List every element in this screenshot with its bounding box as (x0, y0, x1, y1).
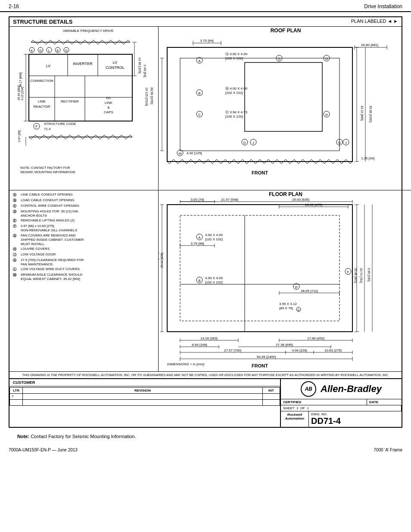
certified-row: CERTIFIED DATE (281, 399, 402, 405)
legend-item-a: Ⓐ LINE CABLE CONDUIT OPENING (13, 193, 155, 198)
ab-company-name: Allen-Bradley (321, 383, 382, 395)
footer-right: 7000 ‘A’ Frame (374, 448, 402, 452)
svg-text:Ⓑ 4.00 X 4.00: Ⓑ 4.00 X 4.00 (225, 87, 248, 90)
svg-text:L: L (48, 49, 50, 53)
title-block-right: AB Allen-Bradley CERTIFIED DATE SHEET 1 … (281, 379, 402, 427)
factory-note: THIS DRAWING IS THE PROPERTY OF ROCKWELL… (22, 373, 389, 377)
customer-label: CUSTOMER (9, 379, 280, 386)
svg-text:5.90 [150]: 5.90 [150] (367, 268, 371, 281)
dwg-row: Rockwell Automation DWG. NO. DD71-4 (281, 411, 402, 427)
legend-section: Ⓐ LINE CABLE CONDUIT OPENING Ⓑ LOAD CABL… (9, 190, 158, 284)
rockwell-logo: Rockwell Automation (281, 411, 309, 427)
svg-text:LINK: LINK (105, 101, 112, 105)
legend-item-b: Ⓑ LOAD CABLE CONDUIT OPENING (13, 198, 155, 203)
svg-text:25.12 [638]: 25.12 [638] (160, 253, 164, 268)
legend-item-c: Ⓒ CONTROL WIRE CONDUIT OPENING (13, 204, 155, 209)
svg-text:34.72 [882]: 34.72 [882] (159, 253, 159, 268)
svg-text:F: F (347, 270, 349, 274)
title-block-left: CUSTOMER LTR REVISION INT 7 (9, 379, 281, 427)
legend-item-m: Ⓜ MINIMUM AISLE CLEARANCE SHOULDEQUAL WI… (13, 273, 155, 281)
svg-text:C: C (297, 308, 299, 311)
svg-text:D: D (243, 141, 246, 145)
svg-text:FRONT: FRONT (252, 170, 268, 175)
svg-text:[100 X 120]: [100 X 120] (225, 115, 243, 118)
svg-text:G: G (39, 49, 42, 53)
left-panel: VARIABLE FREQUENCY DRIVE (9, 27, 159, 371)
svg-text:CAPS: CAPS (104, 110, 113, 114)
sheet-label: SHEET 1 OF 1 (281, 405, 402, 411)
svg-text:4.92 [125]: 4.92 [125] (187, 151, 202, 155)
svg-text:12.80 [325]: 12.80 [325] (138, 57, 142, 74)
legend-item-j: Ⓙ LOW VOLTAGE DOOR (13, 252, 155, 258)
svg-text:10.63 [275]: 10.63 [275] (324, 348, 342, 352)
svg-text:3.70 [94]: 3.70 [94] (200, 39, 213, 43)
legend-item-e: Ⓔ REMOVABLE LIFTING ANGLES (2) (13, 218, 155, 224)
svg-text:30.74 [781]: 30.74 [781] (359, 268, 363, 283)
svg-text:3.50 X 3.12: 3.50 X 3.12 (279, 302, 297, 306)
svg-text:[102 X 102]: [102 X 102] (225, 56, 243, 60)
title-block-main: CUSTOMER LTR REVISION INT 7 (9, 378, 402, 427)
svg-text:STRUCTURE CODE: STRUCTURE CODE (44, 122, 76, 126)
svg-text:6.64 [169]: 6.64 [169] (192, 343, 207, 347)
svg-text:FRONT: FRONT (252, 363, 268, 368)
sheet-row: SHEET 1 OF 1 (281, 405, 402, 411)
svg-text:2.67 [68]: 2.67 [68] (18, 131, 21, 142)
svg-text:G: G (325, 57, 328, 61)
svg-text:K: K (31, 49, 33, 53)
legend-item-k: Ⓚ 27.5 [700] CLEARANCE REQUIRED FORFAN M… (13, 258, 155, 267)
dwg-no-area: DWG. NO. DD71-4 (309, 411, 402, 427)
svg-text:4.00 X 4.00: 4.00 X 4.00 (205, 233, 223, 237)
drawing-title: STRUCTURE DETAILS (13, 19, 72, 25)
svg-text:1.35 [34]: 1.35 [34] (361, 156, 374, 160)
svg-text:18.50 [470]: 18.50 [470] (305, 203, 322, 207)
svg-text:[102 X 102]: [102 X 102] (205, 237, 223, 241)
svg-text:REACTOR: REACTOR (34, 105, 50, 109)
svg-text:28.05 [712]: 28.05 [712] (301, 289, 318, 293)
structure-diagram: VARIABLE FREQUENCY DRIVE (9, 27, 158, 186)
svg-text:94.49 [2400]: 94.49 [2400] (257, 355, 276, 359)
svg-text:INVERTER: INVERTER (73, 62, 93, 66)
drawing-title-bar: STRUCTURE DETAILS PLAN LABELED ◄ ► (9, 17, 402, 27)
svg-rect-62 (245, 62, 322, 131)
rev-int (263, 394, 280, 400)
structure-diagram-section: VARIABLE FREQUENCY DRIVE (9, 27, 158, 190)
svg-text:88.58 [2250]: 88.58 [2250] (150, 87, 153, 104)
svg-text:F: F (36, 124, 38, 128)
revision-row-blank (10, 400, 280, 406)
svg-text:CONTROL: CONTROL (106, 65, 125, 70)
svg-text:G: G (278, 57, 280, 61)
int-header: INT (263, 388, 280, 394)
legend-item-l: Ⓛ LOW VOLTAGE WIRE DUCT COVERS (13, 267, 155, 272)
info-bar: THIS DRAWING IS THE PROPERTY OF ROCKWELL… (9, 371, 402, 378)
ab-circle: AB (301, 381, 316, 397)
certified-label: CERTIFIED (281, 399, 367, 405)
svg-text:4.00 X 4.00: 4.00 X 4.00 (205, 276, 223, 280)
roof-plan-section: ROOF PLAN A G (159, 27, 411, 190)
svg-text:39.38 [1000]: 39.38 [1000] (369, 106, 372, 122)
legend-item-f: Ⓕ 2.67 [68] x 10.83 [275]NON-REMOVABLE S… (13, 224, 155, 233)
svg-text:71.4: 71.4 (44, 127, 51, 131)
svg-text:[89 X 79]: [89 X 79] (279, 306, 293, 310)
svg-text:E: E (56, 49, 59, 53)
svg-text:LINE: LINE (38, 100, 46, 103)
svg-text:G: G (338, 141, 341, 145)
svg-text:4.04 [103]: 4.04 [103] (292, 348, 307, 352)
svg-text:34.10 [866]: 34.10 [866] (360, 106, 364, 121)
drawing-body: VARIABLE FREQUENCY DRIVE (9, 27, 402, 371)
revision-row-7: 7 (10, 394, 280, 400)
svg-text:B: B (198, 279, 200, 283)
legend-item-h: Ⓗ LOUVRE COVERS (13, 247, 155, 252)
svg-text:Ⓒ 3.94 X 4.73: Ⓒ 3.94 X 4.73 (225, 110, 248, 114)
svg-text:DIMENSIONS = in [mm]: DIMENSIONS = in [mm] (167, 362, 205, 366)
rev-desc (23, 394, 263, 400)
svg-text:27.38 [695]: 27.38 [695] (276, 343, 293, 347)
svg-text:CONNECTION: CONNECTION (30, 79, 53, 83)
svg-text:Ⓐ 4.00 X 4.00: Ⓐ 4.00 X 4.00 (225, 52, 248, 56)
plan-label: PLAN LABELED ◄ ► (351, 19, 398, 25)
dwg-no-value: DD71-4 (311, 416, 399, 426)
note-prefix: Note: (17, 434, 29, 439)
svg-text:2.49 [63]: 2.49 [63] (143, 65, 147, 77)
svg-text:3.79 [96]: 3.79 [96] (190, 242, 204, 246)
svg-text:B: B (198, 91, 200, 95)
svg-text:4.10 [104]: 4.10 [104] (21, 87, 24, 100)
